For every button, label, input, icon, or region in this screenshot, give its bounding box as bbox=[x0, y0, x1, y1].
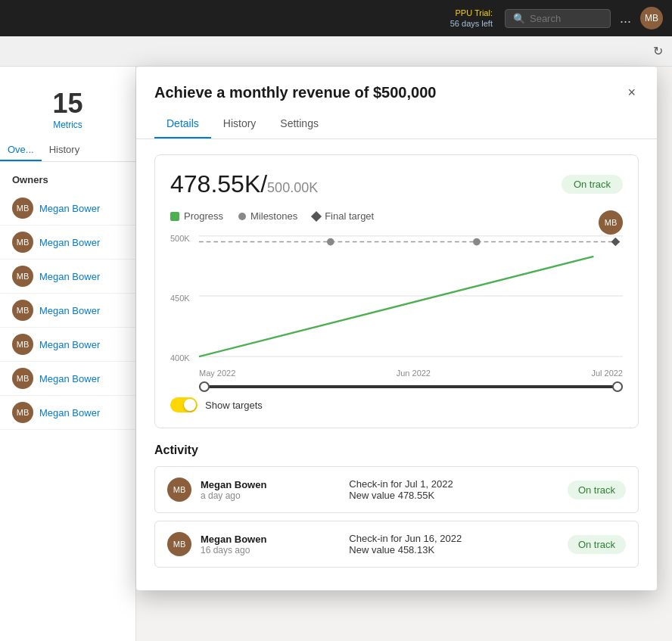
owner-row: MB Megan Bower bbox=[0, 226, 135, 260]
owner-initials: MB bbox=[17, 238, 30, 247]
value-row: 478.55K/500.00K On track bbox=[170, 170, 623, 198]
owner-avatar: MB bbox=[12, 334, 33, 355]
ppu-trial-info: PPU Trial: 56 days left bbox=[450, 8, 493, 30]
refresh-button[interactable]: ↻ bbox=[653, 44, 663, 58]
activity-section: Activity MB Megan Bowen a day ago Check-… bbox=[154, 443, 639, 568]
legend-diamond-icon bbox=[311, 210, 322, 221]
activity-status-badge: On track bbox=[568, 535, 626, 554]
dialog-tab-history[interactable]: History bbox=[211, 110, 269, 138]
owner-avatar: MB bbox=[12, 198, 33, 219]
show-targets-label: Show targets bbox=[205, 400, 263, 411]
show-targets-row: Show targets bbox=[170, 397, 623, 412]
value-separator: / bbox=[260, 170, 267, 198]
owner-initials: MB bbox=[17, 340, 30, 349]
owner-initials: MB bbox=[17, 374, 30, 383]
legend-gray-icon bbox=[238, 213, 246, 220]
ppu-trial-label: PPU Trial: bbox=[455, 8, 493, 17]
owner-name[interactable]: Megan Bower bbox=[39, 407, 100, 419]
y-label-400k: 400K bbox=[170, 353, 198, 363]
owner-avatar: MB bbox=[12, 232, 33, 253]
legend-milestones-label: Milestones bbox=[250, 210, 297, 222]
target-value: 500.00K bbox=[267, 180, 318, 195]
metrics-count-section: 15 Metrics bbox=[0, 79, 135, 139]
chart-wrapper: MB Progress Milestones bbox=[170, 210, 623, 412]
chart-avatar-initials: MB bbox=[605, 218, 618, 227]
search-input[interactable] bbox=[530, 13, 602, 24]
owner-name[interactable]: Megan Bower bbox=[39, 373, 100, 384]
activity-new-value: New value 478.55K bbox=[349, 490, 558, 501]
owner-avatar: MB bbox=[12, 300, 33, 321]
y-axis-labels: 500K 450K 400K bbox=[170, 234, 198, 363]
metric-detail-dialog: Achieve a monthly revenue of $500,000 × … bbox=[136, 67, 657, 590]
owners-list: MB Megan Bower MB Megan Bower MB Megan B… bbox=[0, 191, 135, 430]
chart-area: 500K 450K 400K bbox=[170, 234, 623, 378]
activity-time: a day ago bbox=[201, 490, 340, 501]
y-label-500k: 500K bbox=[170, 234, 198, 243]
activity-avatar: MB bbox=[167, 478, 191, 502]
topbar: PPU Trial: 56 days left 🔍 ... MB bbox=[0, 0, 672, 36]
range-slider-row bbox=[199, 385, 623, 388]
legend-progress: Progress bbox=[170, 210, 223, 222]
activity-time: 16 days ago bbox=[201, 545, 340, 555]
x-label-jul: Jul 2022 bbox=[591, 369, 623, 378]
svg-point-5 bbox=[473, 238, 481, 246]
x-label-jun: Jun 2022 bbox=[397, 369, 431, 378]
chart-avatar: MB bbox=[599, 210, 623, 235]
owner-initials: MB bbox=[17, 204, 30, 213]
current-value: 478.55K bbox=[170, 170, 260, 198]
dialog-tab-details[interactable]: Details bbox=[154, 110, 211, 138]
legend-green-icon bbox=[170, 212, 179, 221]
activity-info: Megan Bowen a day ago bbox=[201, 479, 340, 501]
owner-name[interactable]: Megan Bower bbox=[39, 339, 100, 350]
dialog-header: Achieve a monthly revenue of $500,000 × bbox=[136, 67, 657, 104]
search-box[interactable]: 🔍 bbox=[505, 9, 611, 28]
main-area: 15 Metrics Ove... History Owners MB Mega… bbox=[0, 67, 672, 641]
user-avatar-top[interactable]: MB bbox=[640, 7, 663, 30]
legend-final-target: Final target bbox=[313, 210, 374, 222]
legend-milestones: Milestones bbox=[238, 210, 297, 222]
owner-avatar: MB bbox=[12, 402, 33, 423]
activity-user-name: Megan Bowen bbox=[201, 479, 340, 490]
dialog-tab-settings[interactable]: Settings bbox=[268, 110, 331, 138]
dialog-body: 478.55K/500.00K On track MB Progress bbox=[136, 139, 657, 590]
secondbar: ↻ bbox=[0, 36, 672, 67]
dialog-tabs: Details History Settings bbox=[136, 110, 657, 139]
days-left-label: 56 days left bbox=[450, 19, 493, 28]
activity-info: Megan Bowen 16 days ago bbox=[201, 534, 340, 555]
metrics-label: Metrics bbox=[0, 120, 135, 130]
sidebar: 15 Metrics Ove... History Owners MB Mega… bbox=[0, 67, 136, 641]
sidebar-tab-overview[interactable]: Ove... bbox=[0, 139, 42, 161]
activity-item: MB Megan Bowen a day ago Check-in for Ju… bbox=[154, 466, 639, 513]
x-label-may: May 2022 bbox=[199, 369, 235, 378]
close-dialog-button[interactable]: × bbox=[624, 82, 639, 104]
legend-progress-label: Progress bbox=[184, 210, 223, 222]
status-badge-chart: On track bbox=[562, 175, 623, 194]
owner-name[interactable]: Megan Bower bbox=[39, 271, 100, 282]
owner-row: MB Megan Bower bbox=[0, 294, 135, 328]
owner-row: MB Megan Bower bbox=[0, 328, 135, 362]
show-targets-toggle[interactable] bbox=[170, 397, 198, 412]
owner-initials: MB bbox=[17, 306, 30, 315]
owner-avatar: MB bbox=[12, 266, 33, 287]
owner-name[interactable]: Megan Bower bbox=[39, 203, 100, 214]
owner-row: MB Megan Bower bbox=[0, 260, 135, 294]
y-label-450k: 450K bbox=[170, 294, 198, 303]
legend-final-target-label: Final target bbox=[325, 210, 374, 222]
range-thumb-right[interactable] bbox=[612, 381, 623, 392]
more-options-button[interactable]: ... bbox=[617, 8, 634, 30]
search-icon: 🔍 bbox=[513, 13, 525, 24]
activity-status-badge: On track bbox=[568, 481, 626, 499]
chart-card: 478.55K/500.00K On track MB Progress bbox=[154, 154, 639, 428]
sidebar-tab-history[interactable]: History bbox=[42, 139, 87, 161]
owner-avatar: MB bbox=[12, 368, 33, 389]
range-thumb-left[interactable] bbox=[199, 381, 210, 392]
owner-name[interactable]: Megan Bower bbox=[39, 237, 100, 248]
activity-new-value: New value 458.13K bbox=[349, 544, 558, 555]
owner-initials: MB bbox=[17, 408, 30, 417]
range-track[interactable] bbox=[199, 385, 623, 388]
activity-avatar-initials: MB bbox=[173, 540, 186, 549]
activity-user-name: Megan Bowen bbox=[201, 534, 340, 545]
svg-marker-6 bbox=[611, 238, 621, 247]
owner-name[interactable]: Megan Bower bbox=[39, 305, 100, 316]
sidebar-tabs: Ove... History bbox=[0, 139, 135, 162]
